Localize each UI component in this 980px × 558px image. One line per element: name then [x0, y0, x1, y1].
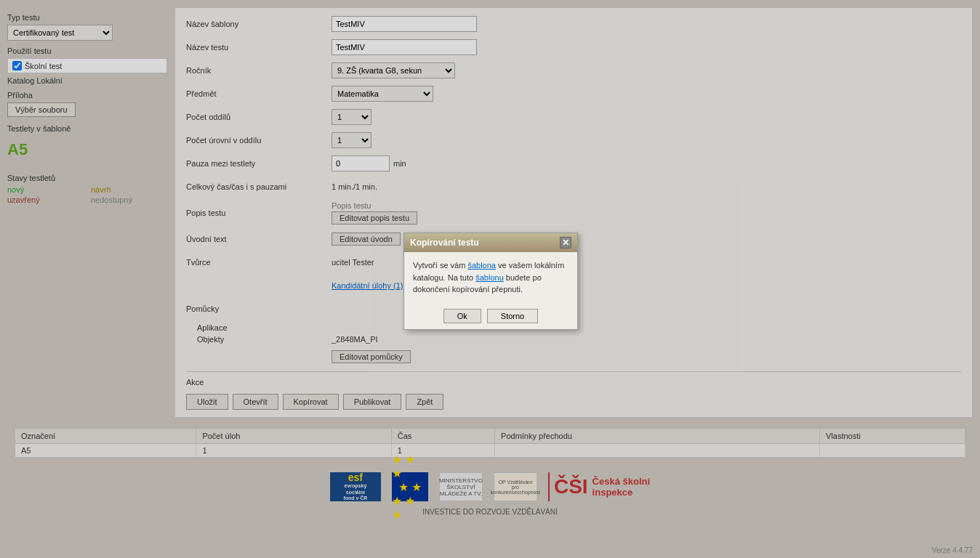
row-pocet: 1 [196, 444, 391, 458]
pauza-input[interactable] [332, 155, 390, 171]
col-vlastnosti: Vlastnosti [820, 429, 965, 444]
csi-text: ČŠI [554, 475, 588, 498]
nazev-testu-row: Název testu [186, 39, 961, 56]
objekty-label: Objekty [186, 335, 332, 344]
status-navrh: návrh [91, 185, 167, 194]
csi-inspekce: inspekce [593, 487, 651, 498]
certifikovany-test-select[interactable]: Certifikovaný test [7, 25, 113, 41]
kopirovat-button[interactable]: Kopírovat [283, 394, 339, 410]
pocet-oddilu-label: Počet oddílů [186, 113, 332, 121]
status-nedostupny: nedostupný [91, 195, 167, 204]
modal-close-button[interactable]: ✕ [560, 237, 571, 248]
modal-box[interactable]: Kopírování testu ✕ Vytvoří se vám šablon… [403, 232, 578, 330]
rocnik-label: Ročník [186, 66, 332, 75]
modal-title: Kopírování testu [410, 238, 479, 248]
priloha-label: Příloha [7, 91, 167, 100]
objekty-row: Objekty _2848MA_PI [186, 335, 961, 344]
pauza-label: Pauza mezi testlety [186, 159, 332, 168]
zpet-button[interactable]: Zpět [406, 394, 443, 410]
pocet-urovni-row: Počet úrovní v oddílu 1 [186, 132, 961, 149]
objekty-value: _2848MA_PI [332, 335, 378, 344]
editovat-pomucky-button[interactable]: Editovat pomůcky [332, 350, 411, 363]
skolni-test-checkbox[interactable] [12, 61, 22, 70]
editovat-popis-button[interactable]: Editovat popis testu [332, 211, 417, 225]
row-vlastnosti [820, 444, 965, 458]
akce-label: Akce [186, 378, 961, 387]
rocnik-row: Ročník 9. ZŠ (kvarta G8, sekun [186, 62, 961, 79]
nazev-sablony-label: Název šablony [186, 20, 332, 28]
ulozit-button[interactable]: Uložit [186, 394, 228, 410]
col-cas: Čas [391, 429, 494, 444]
editovat-uvodní-button[interactable]: Editovat úvodn [332, 232, 401, 246]
modal-ok-button[interactable]: Ok [443, 309, 481, 323]
predmet-select[interactable]: Matematika [332, 86, 433, 102]
aplikace-label: Aplikace [186, 323, 332, 332]
predmet-label: Předmět [186, 89, 332, 98]
pocet-urovni-select[interactable]: 1 [332, 132, 371, 148]
modal-footer: Ok Storno [404, 303, 577, 329]
vyber-souboru-button[interactable]: Výběr souboru [7, 102, 76, 117]
rocnik-select[interactable]: 9. ZŠ (kvarta G8, sekun [332, 62, 455, 78]
form-panel: Název šablony Název testu Ročník 9. ZŠ (… [174, 7, 973, 418]
celkovy-cas-row: Celkový čas/čas i s pauzami 1 min./1 min… [186, 178, 961, 195]
editovat-pomucky-row: Editovat pomůcky [186, 348, 961, 365]
op-logo: OP Vzděláváníprokonkurenceschopnost [494, 472, 537, 501]
popis-testu-header: Popis testu [332, 201, 417, 210]
esf-logo: esf evropskýsociálnífond v ČR [330, 472, 381, 501]
modal-body: Vytvoří se vám šablona ve vašem lokálním… [404, 252, 577, 303]
nazev-testu-input[interactable] [332, 39, 477, 55]
nazev-sablony-row: Název šablony [186, 15, 961, 33]
msmt-logo: MINISTERSTVOŠKOLSTVÍMLÁDEŽE A TV. [439, 472, 483, 501]
pocet-urovni-label: Počet úrovní v oddílu [186, 136, 332, 145]
pocet-oddilu-select[interactable]: 1 [332, 109, 371, 125]
status-novy: nový [7, 185, 84, 194]
status-uzavreny: uzavřený [7, 195, 84, 204]
investice-label: INVESTICE DO ROZVOJE VZDĚLÁVÁNÍ [422, 508, 558, 516]
nazev-sablony-input[interactable] [332, 16, 477, 32]
csi-full-name: Česká školní [593, 476, 651, 487]
skolni-test-checkbox-row: Školní test [7, 58, 167, 73]
modal-header: Kopírování testu ✕ [404, 233, 577, 252]
col-oznaceni: Označení [15, 429, 196, 444]
skolni-test-label: Školní test [25, 62, 62, 70]
pauza-row: Pauza mezi testlety min [186, 155, 961, 172]
predmet-row: Předmět Matematika [186, 85, 961, 102]
left-panel: Typ testu Certifikovaný test Použití tes… [7, 7, 167, 418]
pouziti-testu-label: Použití testu [7, 46, 167, 55]
publikovat-button[interactable]: Publikovat [343, 394, 402, 410]
footer-logos: esf evropskýsociálnífond v ČR ★ ★ ★ ★ ★ … [330, 472, 650, 501]
version-label: Verze 4.4.77 [932, 546, 973, 554]
row-oznaceni: A5 [15, 444, 196, 458]
otevrit-button[interactable]: Otevřít [233, 394, 278, 410]
eu-logo: ★ ★ ★ ★ ★ ★ ★ ★ [392, 472, 428, 501]
a5-label: A5 [7, 140, 167, 159]
popis-testu-label: Popis testu [186, 209, 332, 217]
bottom-table: Označení Počet úloh Čas Podmínky přechod… [15, 428, 965, 458]
footer: esf evropskýsociálnífond v ČR ★ ★ ★ ★ ★ … [0, 472, 980, 523]
pauza-min-label: min [393, 159, 406, 168]
uvodní-text-label: Úvodní text [186, 235, 332, 243]
nazev-testu-label: Název testu [186, 43, 332, 52]
popis-testu-row: Popis testu Popis testu Editovat popis t… [186, 201, 961, 225]
bottom-table-container: Označení Počet úloh Čas Podmínky přechod… [0, 428, 980, 458]
row-podminky [495, 444, 820, 458]
tvurce-label: Tvůrce [186, 258, 332, 267]
stavy-title: Stavy testletů [7, 174, 167, 182]
testlety-label: Testlety v šabloně [7, 124, 167, 133]
table-row: A5 1 1 [15, 444, 965, 458]
kandidatni-ulohy-link[interactable]: Kandidátní úlohy (1) [332, 281, 403, 290]
modal-storno-button[interactable]: Storno [487, 309, 538, 323]
celkovy-cas-label: Celkový čas/čas i s pauzami [186, 182, 332, 191]
col-podminky: Podmínky přechodu [495, 429, 820, 444]
pomucky-label: Pomůcky [186, 304, 332, 313]
katalog-label: Katalog Lokální [7, 76, 167, 85]
celkovy-cas-value: 1 min./1 min. [332, 182, 377, 191]
tvurce-value: ucitel Tester [332, 258, 374, 267]
action-buttons: Uložit Otevřít Kopírovat Publikovat Zpět [186, 394, 961, 410]
col-pocet-uloh: Počet úloh [196, 429, 391, 444]
typ-testu-label: Typ testu [7, 13, 167, 22]
csi-logo: ČŠI Česká školní inspekce [548, 472, 650, 501]
pocet-oddilu-row: Počet oddílů 1 [186, 108, 961, 126]
